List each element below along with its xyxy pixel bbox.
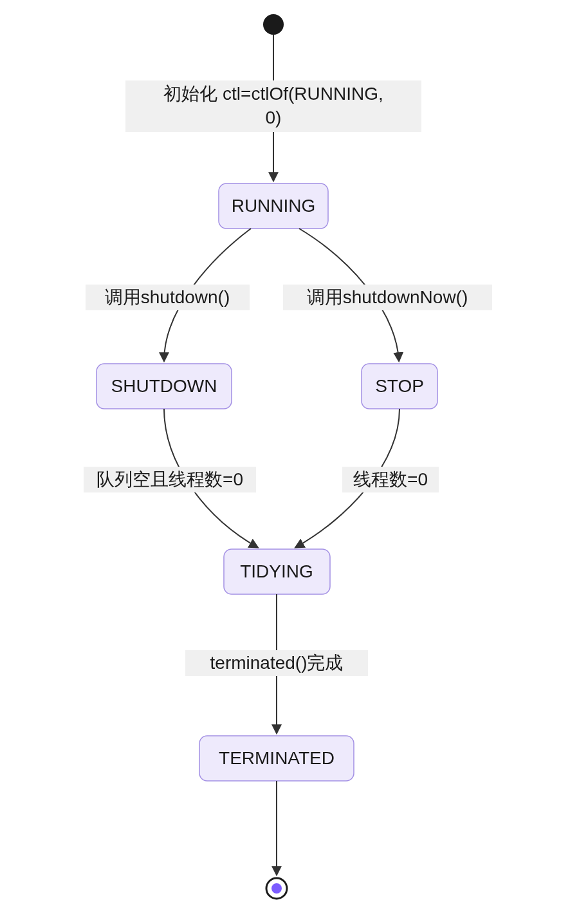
state-diagram: 初始化 ctl=ctlOf(RUNNING, 0) RUNNING 调用shut… bbox=[0, 0, 588, 918]
state-stop-label: STOP bbox=[375, 376, 424, 396]
end-node-inner bbox=[271, 883, 282, 894]
state-running-label: RUNNING bbox=[232, 196, 316, 216]
edge-label-init-line2: 0) bbox=[266, 108, 282, 127]
edge-label-shutdown-tidy: 队列空且线程数=0 bbox=[96, 469, 243, 489]
edge-label-tidy-term: terminated()完成 bbox=[210, 653, 344, 673]
edge-label-shutdown: 调用shutdown() bbox=[105, 287, 230, 307]
state-tidying-label: TIDYING bbox=[240, 561, 313, 581]
state-terminated-label: TERMINATED bbox=[219, 748, 335, 768]
edge-label-init-line1: 初始化 ctl=ctlOf(RUNNING, bbox=[163, 84, 383, 104]
start-node bbox=[263, 14, 284, 35]
state-shutdown-label: SHUTDOWN bbox=[111, 376, 217, 396]
edge-label-stop: 调用shutdownNow() bbox=[307, 287, 468, 307]
edge-label-stop-tidy: 线程数=0 bbox=[353, 469, 428, 489]
